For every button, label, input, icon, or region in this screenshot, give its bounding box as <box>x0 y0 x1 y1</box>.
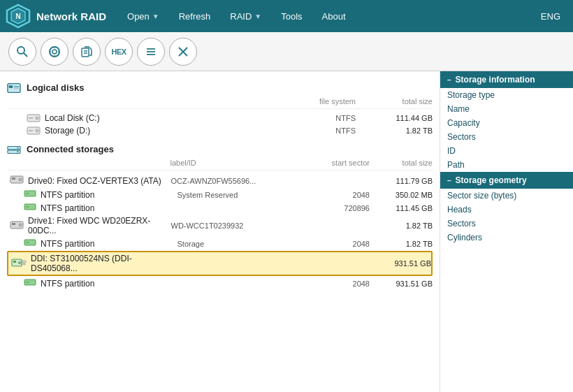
logical-disks-col-headers: file system total size <box>7 97 433 109</box>
logical-disks-header: Logical disks <box>7 82 433 93</box>
c-col-label: label/ID <box>171 159 314 167</box>
storage-info-collapse[interactable]: – <box>447 76 451 84</box>
ddi-part0-sector: 2048 <box>314 280 370 288</box>
menu-about[interactable]: About <box>312 0 356 32</box>
connected-storages-col-headers: label/ID start sector total size <box>7 159 433 170</box>
c-col-size: total size <box>370 159 433 167</box>
storage-geometry-title: Storage geometry <box>456 175 527 185</box>
storage-geometry-header: – Storage geometry <box>440 172 573 189</box>
c-col-sector: start sector <box>314 159 370 167</box>
svg-rect-46 <box>13 261 16 263</box>
storage-d-size: 1.82 TB <box>370 126 433 135</box>
svg-rect-49 <box>23 263 25 265</box>
lang-label: ENG <box>534 11 567 22</box>
analysis-button[interactable] <box>41 38 68 66</box>
drive0-part1-icon <box>24 203 36 213</box>
hex-button[interactable]: HEX <box>105 38 133 66</box>
c-col-name <box>27 159 171 167</box>
svg-text:N: N <box>15 13 20 20</box>
drive0-part1-row[interactable]: NTFS partition 720896 111.45 GB <box>7 201 433 215</box>
search-icon <box>15 45 29 59</box>
local-disk-c-fs: NTFS <box>201 114 370 122</box>
info-id[interactable]: ID <box>440 144 573 158</box>
drive0-part0-name: NTFS partition <box>41 190 177 200</box>
svg-point-47 <box>19 261 21 263</box>
logical-disks-icon <box>7 83 21 93</box>
main-area: Logical disks file system total size Loc… <box>0 71 573 392</box>
menu-tools[interactable]: Tools <box>271 0 312 32</box>
open-file-icon <box>80 45 94 59</box>
drive1-part0-icon <box>24 238 36 249</box>
geo-cylinders[interactable]: Cylinders <box>440 231 573 245</box>
list-icon <box>144 45 158 59</box>
info-capacity[interactable]: Capacity <box>440 116 573 130</box>
menu-raid[interactable]: RAID ▼ <box>220 0 271 32</box>
local-disk-c-name: Local Disk (C:) <box>45 113 201 123</box>
list-button[interactable] <box>137 38 165 66</box>
drive1-part0-size: 1.82 TB <box>370 240 433 248</box>
close-button[interactable] <box>169 38 197 66</box>
geo-sector-size[interactable]: Sector size (bytes) <box>440 189 573 203</box>
drive0-part1-name: NTFS partition <box>41 203 177 213</box>
menu-open[interactable]: Open ▼ <box>117 0 169 32</box>
drive0-name: Drive0: Fixed OCZ-VERTEX3 (ATA) <box>28 176 171 186</box>
search-button[interactable] <box>8 38 36 66</box>
storage-info-title: Storage information <box>456 75 535 85</box>
info-path[interactable]: Path <box>440 158 573 172</box>
ddi-row[interactable]: DDI: ST31000524NS (DDI-DS405068... 931.5… <box>7 251 433 276</box>
left-panel: Logical disks file system total size Loc… <box>0 71 440 392</box>
info-sectors[interactable]: Sectors <box>440 130 573 144</box>
storage-d-fs: NTFS <box>201 126 370 135</box>
svg-point-31 <box>17 147 18 148</box>
svg-point-6 <box>52 50 57 54</box>
geo-sectors[interactable]: Sectors <box>440 217 573 231</box>
logo-area: N Network RAID <box>6 3 106 29</box>
drive0-part0-sector: 2048 <box>314 191 370 199</box>
local-disk-c-icon <box>27 113 41 123</box>
svg-point-5 <box>50 47 59 57</box>
svg-rect-20 <box>9 85 13 88</box>
col-fs-header: file system <box>191 97 370 106</box>
right-panel: – Storage information Storage type Name … <box>440 71 573 392</box>
ddi-size: 931.51 GB <box>368 259 431 268</box>
storage-d-row[interactable]: Storage (D:) NTFS 1.82 TB <box>7 124 433 137</box>
app-title: Network RAID <box>36 10 106 22</box>
info-storage-type[interactable]: Storage type <box>440 88 573 102</box>
ddi-icon <box>11 257 27 270</box>
ddi-part0-row[interactable]: NTFS partition 2048 931.51 GB <box>7 277 433 290</box>
drive0-row[interactable]: Drive0: Fixed OCZ-VERTEX3 (ATA) OCZ-AWNZ… <box>7 173 433 188</box>
drive1-name: Drive1: Fixed WDC WD20EZRX-00DC... <box>28 216 171 235</box>
drive0-label: OCZ-AWNZ0FW55696... <box>171 177 314 185</box>
storage-geometry-collapse[interactable]: – <box>447 177 451 184</box>
svg-line-4 <box>24 53 27 57</box>
logical-disks-title: Logical disks <box>27 82 84 93</box>
open-file-button[interactable] <box>73 38 101 66</box>
open-arrow: ▼ <box>152 13 159 20</box>
toolbar: HEX <box>0 32 573 71</box>
drive1-size: 1.82 TB <box>370 222 433 230</box>
svg-point-25 <box>36 117 38 119</box>
drive1-part0-label: Storage <box>177 240 314 248</box>
drive0-size: 111.79 GB <box>370 177 433 185</box>
local-disk-c-row[interactable]: Local Disk (C:) NTFS 111.44 GB <box>7 112 433 124</box>
col-size-header: total size <box>370 97 433 106</box>
storage-d-icon <box>27 126 41 136</box>
col-name <box>27 97 191 106</box>
svg-point-28 <box>36 129 38 132</box>
geo-heads[interactable]: Heads <box>440 203 573 217</box>
drive0-part0-label: System Reserved <box>177 191 314 199</box>
drive0-part1-sector: 720896 <box>314 204 370 212</box>
svg-rect-11 <box>82 48 89 57</box>
ddi-part0-name: NTFS partition <box>41 279 177 289</box>
drive1-icon <box>10 220 24 232</box>
connected-storages-icon <box>7 145 21 154</box>
menu-refresh[interactable]: Refresh <box>169 0 221 32</box>
close-icon <box>177 46 189 57</box>
drive0-part1-size: 111.45 GB <box>370 204 433 212</box>
drive0-part0-row[interactable]: NTFS partition System Reserved 2048 350.… <box>7 188 433 201</box>
drive1-part0-row[interactable]: NTFS partition Storage 2048 1.82 TB <box>7 237 433 250</box>
drive1-row[interactable]: Drive1: Fixed WDC WD20EZRX-00DC... WD-WC… <box>7 215 433 237</box>
drive0-part0-icon <box>24 189 36 200</box>
info-name[interactable]: Name <box>440 102 573 116</box>
svg-rect-48 <box>22 261 26 263</box>
